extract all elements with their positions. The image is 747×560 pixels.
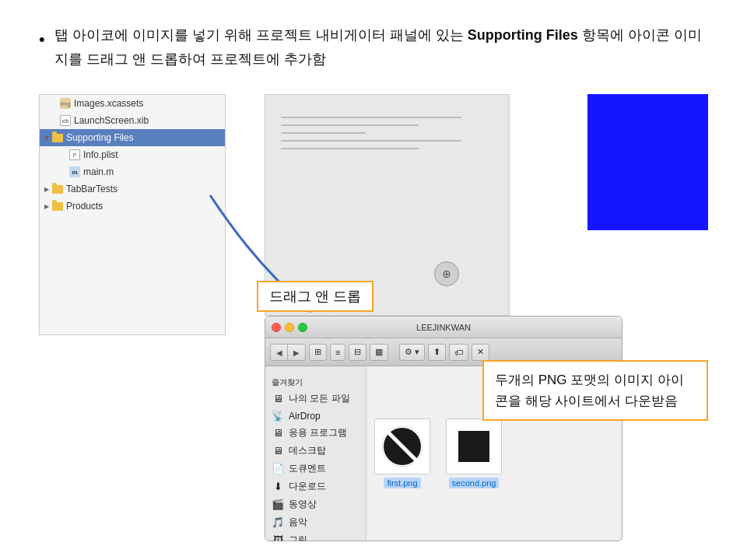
traffic-lights [272, 323, 307, 332]
xib-icon: xib [60, 115, 71, 126]
sidebar-item-desktop[interactable]: 🖥 데스크탑 [265, 442, 366, 460]
documents-label: 도큐멘트 [289, 462, 326, 475]
finder-title: LEEJINKWAN [416, 323, 471, 332]
m-file-icon: m [69, 166, 80, 177]
code-line [281, 148, 419, 149]
tags-button[interactable]: 🏷 [449, 344, 468, 361]
bullet-dot: • [39, 25, 45, 71]
sidebar-item-airdrop[interactable]: 📡 AirDrop [265, 408, 366, 424]
xcassets-label: Images.xcassets [74, 98, 143, 109]
desktop-icon: 🖥 [272, 445, 284, 457]
sidebar-item-downloads[interactable]: ⬇ 다운로드 [265, 478, 366, 495]
editor-content [265, 95, 509, 163]
first-png-wrapper[interactable]: first.png [374, 418, 430, 488]
minimize-button[interactable] [285, 323, 294, 332]
desktop-label: 데스크탑 [289, 444, 326, 457]
blue-background-rect [587, 94, 708, 230]
action-button[interactable]: ⚙ ▾ [399, 344, 425, 361]
view-list-button[interactable]: ≡ [330, 344, 345, 361]
pictures-icon: 🖼 [272, 534, 284, 541]
screenshot-area: ⊕ Img Images.xcassets xib LaunchScreen.x… [39, 94, 708, 421]
supporting-files-label: Supporting Files [66, 132, 134, 143]
code-line [281, 117, 461, 118]
bullet-item: • 탭 아이코에 이미지를 넣기 위해 프로젝트 내비게이터 패널에 있는 Su… [39, 23, 708, 71]
xcode-row-tabbartests: ▶ TabBarTests [40, 180, 225, 198]
view-columns-button[interactable]: ⊟ [349, 344, 366, 361]
products-label: Products [66, 201, 103, 212]
view-icon-button[interactable]: ⊞ [309, 344, 327, 361]
xcode-row-products: ▶ Products [40, 198, 225, 215]
music-label: 음악 [289, 516, 307, 529]
nav-buttons: ◀ ▶ [270, 344, 306, 361]
sidebar-item-movies[interactable]: 🎬 동영상 [265, 495, 366, 513]
triangle-icon: ▶ [44, 186, 49, 193]
tabbartests-label: TabBarTests [66, 184, 117, 194]
first-png-svg [381, 425, 424, 468]
folder-icon [52, 134, 63, 142]
all-files-label: 나의 모든 파일 [289, 392, 350, 405]
xcassets-icon: Img [60, 98, 71, 109]
sidebar-item-music[interactable]: 🎵 음악 [265, 513, 366, 531]
black-square-img [458, 431, 489, 462]
movies-icon: 🎬 [272, 499, 284, 510]
sidebar-item-pictures[interactable]: 🖼 그림 [265, 531, 366, 541]
launchscreen-label: LaunchScreen.xib [74, 115, 149, 126]
bottom-annotation-box: 두개의 PNG 포맷의 이미지 아이콘을 해당 사이트에서 다운받음 [482, 360, 708, 421]
finder-sidebar: 즐겨찾기 🖥 나의 모든 파일 📡 AirDrop 🖥 응용 프로그램 🖥 데스… [265, 366, 366, 541]
code-line [281, 124, 419, 126]
favorites-label: 즐겨찾기 [265, 376, 366, 390]
xcode-navigator-panel: Img Images.xcassets xib LaunchScreen.xib… [39, 94, 226, 335]
finder-titlebar: LEEJINKWAN [265, 317, 622, 338]
triangle-icon: ▶ [44, 203, 49, 210]
link-icon: ⊕ [434, 261, 459, 286]
airdrop-icon: 📡 [272, 410, 284, 422]
second-png-label: second.png [449, 478, 500, 488]
view-cover-button[interactable]: ▦ [370, 344, 388, 361]
forward-button[interactable]: ▶ [288, 345, 305, 361]
share-button[interactable]: ⬆ [428, 344, 446, 361]
maximize-button[interactable] [298, 323, 307, 332]
xcode-row-infoplist: P Info.plist [40, 146, 225, 163]
documents-icon: 📄 [272, 463, 284, 474]
airdrop-label: AirDrop [289, 411, 321, 422]
close-button[interactable] [272, 323, 281, 332]
all-files-icon: 🖥 [272, 393, 284, 404]
code-line [281, 140, 461, 142]
pictures-label: 그림 [289, 534, 307, 541]
sidebar-item-all-files[interactable]: 🖥 나의 모든 파일 [265, 390, 366, 408]
xcode-row-mainm: m main.m [40, 163, 225, 180]
code-line [281, 132, 366, 134]
first-png-label: first.png [384, 478, 420, 488]
back-button[interactable]: ◀ [271, 345, 288, 361]
folder-icon [52, 202, 63, 211]
drag-drop-annotation: 드래그 앤 드롭 [257, 281, 374, 312]
downloads-icon: ⬇ [272, 481, 284, 492]
folder-icon [52, 185, 63, 194]
music-icon: 🎵 [272, 516, 284, 528]
plist-icon: P [69, 149, 80, 160]
infoplist-label: Info.plist [83, 149, 118, 160]
mainm-label: main.m [83, 166, 114, 177]
xcode-row-xcassets: Img Images.xcassets [40, 95, 225, 112]
bullet-text: 탭 아이코에 이미지를 넣기 위해 프로젝트 내비게이터 패널에 있는 Supp… [54, 23, 708, 71]
supporting-files-bold: Supporting Files [468, 27, 578, 43]
first-png-icon [374, 418, 430, 474]
finder-window: LEEJINKWAN ◀ ▶ ⊞ ≡ ⊟ ▦ ⚙ ▾ ⬆ 🏷 ✕ 즐겨찾기 [265, 316, 622, 541]
xcode-row-supporting-files[interactable]: ▶ Supporting Files [40, 129, 225, 146]
triangle-icon: ▶ [44, 135, 51, 140]
xcode-row-launchscreen: xib LaunchScreen.xib [40, 112, 225, 129]
sidebar-item-applications[interactable]: 🖥 응용 프로그램 [265, 424, 366, 442]
applications-icon: 🖥 [272, 427, 284, 439]
applications-label: 응용 프로그램 [289, 426, 347, 439]
second-png-icon [446, 418, 502, 474]
search-button[interactable]: ✕ [472, 344, 489, 361]
top-text-area: • 탭 아이코에 이미지를 넣기 위해 프로젝트 내비게이터 패널에 있는 Su… [0, 0, 747, 86]
second-png-wrapper[interactable]: second.png [446, 418, 502, 488]
downloads-label: 다운로드 [289, 480, 326, 493]
movies-label: 동영상 [289, 498, 317, 511]
sidebar-item-documents[interactable]: 📄 도큐멘트 [265, 460, 366, 478]
